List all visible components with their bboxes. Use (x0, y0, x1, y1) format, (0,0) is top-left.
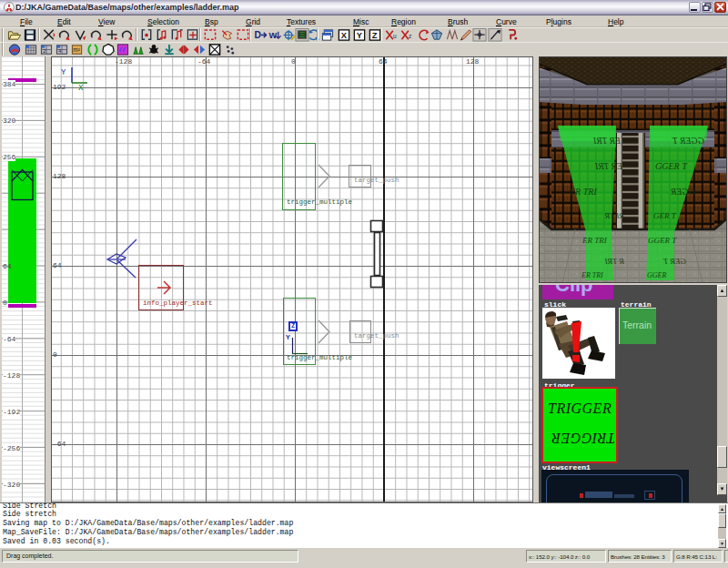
svg-text:ER TRI: ER TRI (595, 161, 623, 171)
svg-text:Y: Y (286, 333, 290, 341)
svg-text:W: W (269, 31, 278, 40)
svg-text:RI TR: RI TR (604, 211, 625, 220)
svg-text:m²: m² (73, 46, 80, 53)
svg-text:y: y (90, 31, 93, 36)
svg-text:GGER T: GGER T (655, 161, 688, 171)
svg-text:GGER: GGER (671, 187, 695, 197)
svg-text:GGER T: GGER T (648, 236, 677, 245)
svg-text:GER T: GER T (653, 211, 677, 220)
svg-text:X: X (78, 84, 84, 90)
svg-text:GGER: GGER (647, 271, 666, 279)
svg-text:Z: Z (372, 31, 378, 40)
svg-text:ER TRI: ER TRI (569, 187, 597, 197)
svg-text:x: x (58, 31, 61, 36)
svg-text:z: z (121, 31, 124, 36)
svg-text:GGER T: GGER T (672, 136, 704, 146)
svg-text:Y: Y (357, 31, 363, 40)
svg-text:ER TRI: ER TRI (593, 136, 622, 146)
svg-text:Y: Y (61, 68, 66, 77)
svg-text:GER T: GER T (662, 257, 686, 266)
svg-text:ER TRI: ER TRI (581, 271, 603, 279)
svg-text:4: 4 (58, 48, 61, 54)
svg-text:D: D (254, 30, 260, 40)
svg-text:R TRI: R TRI (604, 257, 625, 266)
svg-text:z: z (409, 33, 411, 39)
svg-text:2: 2 (43, 48, 46, 54)
svg-text:X: X (341, 31, 348, 40)
svg-text:u: u (393, 33, 397, 39)
svg-text:ER TRI: ER TRI (581, 236, 608, 245)
